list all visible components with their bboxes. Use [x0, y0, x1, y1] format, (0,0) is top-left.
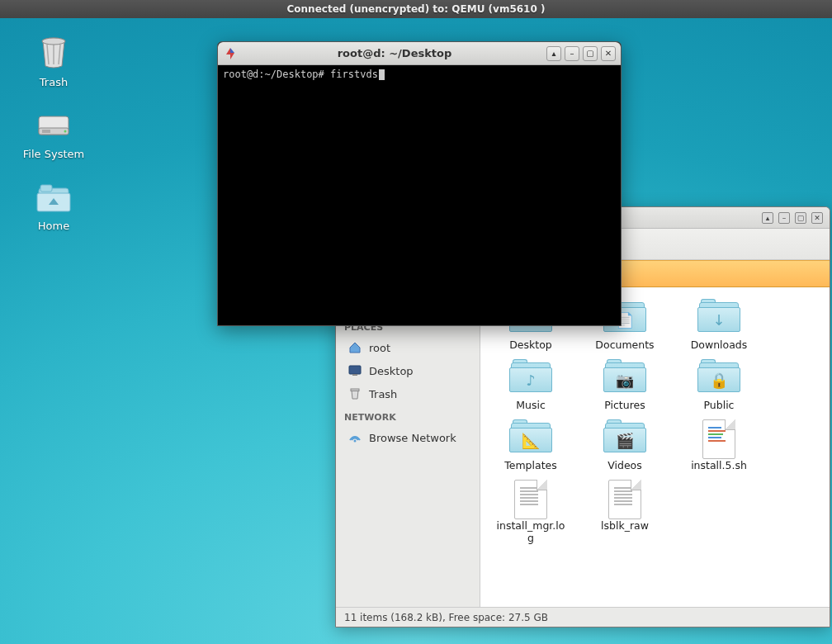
sidebar-item-label: Trash	[369, 388, 397, 400]
sidebar-item-label: Desktop	[369, 365, 414, 377]
file-item-install-5-sh[interactable]: install.5.sh	[683, 419, 754, 471]
minimize-button[interactable]: –	[565, 46, 579, 61]
svg-rect-15	[351, 389, 359, 391]
desktop-icon	[347, 363, 362, 378]
desktop-icon-label: Home	[17, 220, 91, 232]
terminal-app-icon	[223, 46, 238, 61]
file-item-label: Desktop	[495, 339, 566, 351]
trash-icon	[347, 386, 362, 401]
connection-text: Connected (unencrypted) to: QEMU (vm5610…	[287, 3, 546, 15]
connection-bar: Connected (unencrypted) to: QEMU (vm5610…	[0, 0, 832, 18]
terminal-window: root@d: ~/Desktop ▴ – ▢ ✕ root@d:~/Deskt…	[217, 41, 622, 326]
status-text: 11 items (168.2 kB), Free space: 27.5 GB	[344, 612, 548, 623]
file-manager-sidebar: File System PLACES root Desktop Trash	[336, 287, 480, 607]
file-item-label: Videos	[589, 459, 660, 471]
terminal-prompt: root@d:~/Desktop#	[223, 69, 324, 80]
file-item-label: Public	[683, 399, 754, 411]
file-item-lsblk-raw[interactable]: lsblk_raw	[589, 480, 660, 544]
file-item-label: Downloads	[683, 339, 754, 351]
file-item-videos[interactable]: 🎬 Videos	[589, 419, 660, 471]
desktop-icon-label: File System	[17, 148, 91, 160]
file-item-label: Templates	[495, 459, 566, 471]
svg-point-16	[354, 440, 357, 443]
rollup-button[interactable]: ▴	[762, 212, 773, 224]
network-icon	[347, 430, 362, 445]
file-item-label: install.5.sh	[683, 459, 754, 471]
file-item-label: Documents	[589, 339, 660, 351]
sidebar-item-desktop[interactable]: Desktop	[336, 359, 480, 382]
sidebar-section-network: NETWORK	[336, 405, 480, 426]
sidebar-item-label: Browse Network	[369, 432, 456, 444]
sidebar-item-label: root	[369, 342, 390, 354]
close-button[interactable]: ✕	[811, 212, 823, 224]
svg-rect-9	[52, 201, 55, 205]
desktop-icon-filesystem[interactable]: File System	[17, 105, 91, 160]
svg-point-4	[64, 130, 67, 133]
file-item-label: Music	[495, 399, 566, 411]
file-item-music[interactable]: ♪ Music	[495, 359, 566, 411]
status-bar: 11 items (168.2 kB), Free space: 27.5 GB	[336, 607, 830, 627]
file-item-label: install_mgr.log	[495, 519, 566, 544]
svg-point-1	[42, 38, 65, 45]
file-manager-body: File System PLACES root Desktop Trash	[336, 287, 830, 607]
desktop-icon-label: Trash	[17, 76, 91, 88]
maximize-button[interactable]: ▢	[795, 212, 806, 224]
sidebar-item-browse-network[interactable]: Browse Network	[336, 426, 480, 449]
desktop-icons: Trash File System Home	[17, 33, 91, 249]
home-folder-icon	[34, 177, 73, 216]
svg-rect-13	[349, 366, 361, 374]
file-item-public[interactable]: 🔒 Public	[683, 359, 754, 411]
sidebar-item-root[interactable]: root	[336, 336, 480, 359]
file-item-install-mgr-log[interactable]: install_mgr.log	[495, 480, 566, 544]
file-manager-content[interactable]: ▭ Desktop 📄 Documents ↓ Downloads ♪ Musi…	[480, 287, 830, 607]
terminal-command: firstvds	[330, 69, 378, 80]
trash-icon	[34, 33, 73, 73]
home-icon	[347, 340, 362, 355]
file-item-templates[interactable]: 📐 Templates	[495, 419, 566, 471]
terminal-title: root@d: ~/Desktop	[243, 47, 546, 59]
svg-rect-14	[352, 374, 357, 376]
maximize-button[interactable]: ▢	[583, 46, 598, 61]
file-item-label: Pictures	[589, 399, 660, 411]
terminal-body[interactable]: root@d:~/Desktop# firstvds	[218, 65, 621, 325]
desktop-icon-trash[interactable]: Trash	[17, 33, 91, 88]
file-item-label: lsblk_raw	[589, 519, 660, 532]
rollup-button[interactable]: ▴	[546, 46, 561, 61]
disk-icon	[34, 105, 73, 144]
file-item-pictures[interactable]: 📷 Pictures	[589, 359, 660, 411]
file-item-downloads[interactable]: ↓ Downloads	[683, 299, 754, 351]
close-button[interactable]: ✕	[601, 46, 616, 61]
svg-rect-7	[40, 185, 52, 192]
cursor-icon	[379, 69, 385, 80]
svg-rect-5	[42, 130, 50, 133]
desktop-icon-home[interactable]: Home	[17, 177, 91, 232]
minimize-button[interactable]: –	[778, 212, 790, 224]
terminal-titlebar[interactable]: root@d: ~/Desktop ▴ – ▢ ✕	[218, 42, 621, 65]
sidebar-item-trash[interactable]: Trash	[336, 382, 480, 405]
